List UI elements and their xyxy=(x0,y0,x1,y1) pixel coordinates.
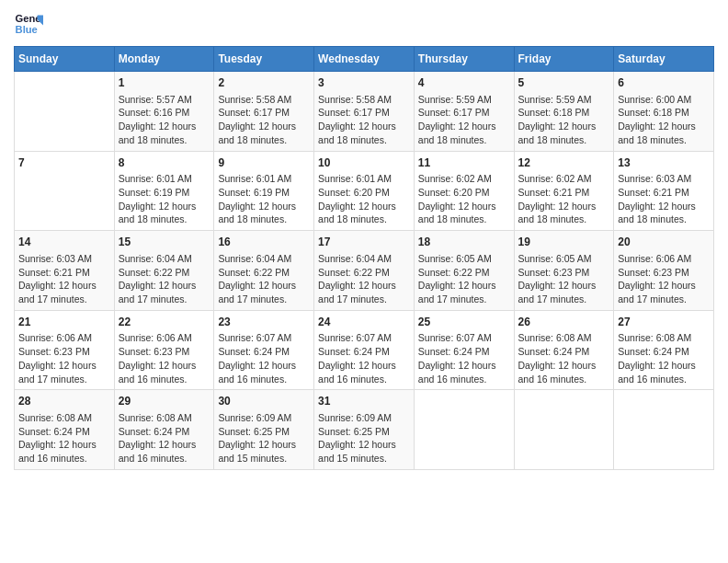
day-number: 18 xyxy=(418,235,510,250)
day-info: Sunrise: 5:59 AM Sunset: 6:17 PM Dayligh… xyxy=(418,93,510,147)
calendar-cell: 24Sunrise: 6:07 AM Sunset: 6:24 PM Dayli… xyxy=(314,310,415,390)
svg-text:Blue: Blue xyxy=(16,24,38,35)
day-info: Sunrise: 6:04 AM Sunset: 6:22 PM Dayligh… xyxy=(218,252,310,306)
calendar-cell: 20Sunrise: 6:06 AM Sunset: 6:23 PM Dayli… xyxy=(614,231,714,311)
day-info: Sunrise: 5:59 AM Sunset: 6:18 PM Dayligh… xyxy=(518,93,610,147)
day-number: 28 xyxy=(18,394,110,409)
page-header: General Blue xyxy=(14,9,714,39)
day-number: 5 xyxy=(518,75,610,91)
day-number: 17 xyxy=(318,235,410,250)
calendar-cell: 27Sunrise: 6:08 AM Sunset: 6:24 PM Dayli… xyxy=(614,310,714,390)
weekday-header: Friday xyxy=(514,47,614,72)
day-number: 4 xyxy=(418,75,510,91)
calendar-cell: 1Sunrise: 5:57 AM Sunset: 6:16 PM Daylig… xyxy=(114,72,214,152)
day-info: Sunrise: 6:01 AM Sunset: 6:19 PM Dayligh… xyxy=(218,172,310,226)
weekday-header: Sunday xyxy=(15,47,115,72)
day-info: Sunrise: 6:05 AM Sunset: 6:22 PM Dayligh… xyxy=(418,252,510,306)
day-number: 7 xyxy=(18,155,110,171)
calendar-cell: 10Sunrise: 6:01 AM Sunset: 6:20 PM Dayli… xyxy=(314,151,415,231)
weekday-header: Monday xyxy=(114,47,214,72)
calendar-cell: 14Sunrise: 6:03 AM Sunset: 6:21 PM Dayli… xyxy=(15,231,115,311)
day-number: 22 xyxy=(119,315,210,330)
day-info: Sunrise: 6:07 AM Sunset: 6:24 PM Dayligh… xyxy=(318,331,410,385)
day-info: Sunrise: 6:03 AM Sunset: 6:21 PM Dayligh… xyxy=(18,252,110,306)
day-number: 11 xyxy=(418,155,510,171)
weekday-header: Saturday xyxy=(614,47,714,72)
logo-icon: General Blue xyxy=(14,9,43,39)
calendar-week-row: 78Sunrise: 6:01 AM Sunset: 6:19 PM Dayli… xyxy=(15,151,714,231)
calendar-cell: 28Sunrise: 6:08 AM Sunset: 6:24 PM Dayli… xyxy=(15,390,115,470)
calendar-cell: 3Sunrise: 5:58 AM Sunset: 6:17 PM Daylig… xyxy=(314,72,415,152)
day-info: Sunrise: 6:06 AM Sunset: 6:23 PM Dayligh… xyxy=(618,252,710,306)
weekday-header: Tuesday xyxy=(214,47,314,72)
calendar-cell: 13Sunrise: 6:03 AM Sunset: 6:21 PM Dayli… xyxy=(614,151,714,231)
day-number: 9 xyxy=(218,155,310,171)
calendar-cell: 12Sunrise: 6:02 AM Sunset: 6:21 PM Dayli… xyxy=(514,151,614,231)
day-info: Sunrise: 6:01 AM Sunset: 6:20 PM Dayligh… xyxy=(318,172,410,226)
day-info: Sunrise: 6:01 AM Sunset: 6:19 PM Dayligh… xyxy=(119,172,210,226)
day-number: 12 xyxy=(518,155,610,171)
day-info: Sunrise: 6:08 AM Sunset: 6:24 PM Dayligh… xyxy=(618,331,710,385)
calendar-cell: 5Sunrise: 5:59 AM Sunset: 6:18 PM Daylig… xyxy=(514,72,614,152)
day-info: Sunrise: 6:09 AM Sunset: 6:25 PM Dayligh… xyxy=(318,411,410,465)
day-number: 24 xyxy=(318,315,410,330)
day-number: 29 xyxy=(119,394,210,409)
calendar-cell: 19Sunrise: 6:05 AM Sunset: 6:23 PM Dayli… xyxy=(514,231,614,311)
day-info: Sunrise: 6:08 AM Sunset: 6:24 PM Dayligh… xyxy=(518,331,610,385)
calendar-cell: 4Sunrise: 5:59 AM Sunset: 6:17 PM Daylig… xyxy=(414,72,514,152)
day-number: 2 xyxy=(218,75,310,91)
calendar-cell: 2Sunrise: 5:58 AM Sunset: 6:17 PM Daylig… xyxy=(214,72,314,152)
calendar-cell: 11Sunrise: 6:02 AM Sunset: 6:20 PM Dayli… xyxy=(414,151,514,231)
day-info: Sunrise: 6:05 AM Sunset: 6:23 PM Dayligh… xyxy=(518,252,610,306)
calendar-cell: 29Sunrise: 6:08 AM Sunset: 6:24 PM Dayli… xyxy=(114,390,214,470)
day-number: 31 xyxy=(318,394,410,409)
day-number: 26 xyxy=(518,315,610,330)
day-info: Sunrise: 6:07 AM Sunset: 6:24 PM Dayligh… xyxy=(418,331,510,385)
calendar-table: SundayMondayTuesdayWednesdayThursdayFrid… xyxy=(14,46,714,470)
day-info: Sunrise: 6:00 AM Sunset: 6:18 PM Dayligh… xyxy=(618,93,710,147)
day-info: Sunrise: 6:09 AM Sunset: 6:25 PM Dayligh… xyxy=(218,411,310,465)
day-number: 14 xyxy=(18,235,110,250)
calendar-cell: 15Sunrise: 6:04 AM Sunset: 6:22 PM Dayli… xyxy=(114,231,214,311)
weekday-header: Wednesday xyxy=(314,47,415,72)
calendar-cell: 18Sunrise: 6:05 AM Sunset: 6:22 PM Dayli… xyxy=(414,231,514,311)
calendar-cell: 25Sunrise: 6:07 AM Sunset: 6:24 PM Dayli… xyxy=(414,310,514,390)
day-number: 10 xyxy=(318,155,410,171)
day-number: 20 xyxy=(618,235,710,250)
calendar-cell: 30Sunrise: 6:09 AM Sunset: 6:25 PM Dayli… xyxy=(214,390,314,470)
day-number: 15 xyxy=(119,235,210,250)
weekday-header: Thursday xyxy=(414,47,514,72)
calendar-week-row: 14Sunrise: 6:03 AM Sunset: 6:21 PM Dayli… xyxy=(15,231,714,311)
day-info: Sunrise: 6:07 AM Sunset: 6:24 PM Dayligh… xyxy=(218,331,310,385)
calendar-cell: 31Sunrise: 6:09 AM Sunset: 6:25 PM Dayli… xyxy=(314,390,415,470)
calendar-week-row: 1Sunrise: 5:57 AM Sunset: 6:16 PM Daylig… xyxy=(15,72,714,152)
calendar-header: SundayMondayTuesdayWednesdayThursdayFrid… xyxy=(15,47,714,72)
day-number: 13 xyxy=(618,155,710,171)
logo: General Blue xyxy=(14,9,47,39)
calendar-cell xyxy=(414,390,514,470)
calendar-week-row: 28Sunrise: 6:08 AM Sunset: 6:24 PM Dayli… xyxy=(15,390,714,470)
calendar-cell xyxy=(614,390,714,470)
calendar-week-row: 21Sunrise: 6:06 AM Sunset: 6:23 PM Dayli… xyxy=(15,310,714,390)
day-number: 8 xyxy=(119,155,210,171)
calendar-cell: 9Sunrise: 6:01 AM Sunset: 6:19 PM Daylig… xyxy=(214,151,314,231)
day-info: Sunrise: 5:58 AM Sunset: 6:17 PM Dayligh… xyxy=(318,93,410,147)
calendar-body: 1Sunrise: 5:57 AM Sunset: 6:16 PM Daylig… xyxy=(15,72,714,470)
day-info: Sunrise: 5:57 AM Sunset: 6:16 PM Dayligh… xyxy=(119,93,210,147)
day-number: 1 xyxy=(119,75,210,91)
calendar-cell: 26Sunrise: 6:08 AM Sunset: 6:24 PM Dayli… xyxy=(514,310,614,390)
day-number: 19 xyxy=(518,235,610,250)
calendar-cell xyxy=(514,390,614,470)
day-info: Sunrise: 6:06 AM Sunset: 6:23 PM Dayligh… xyxy=(18,331,110,385)
day-number: 27 xyxy=(618,315,710,330)
day-info: Sunrise: 6:08 AM Sunset: 6:24 PM Dayligh… xyxy=(18,411,110,465)
day-number: 30 xyxy=(218,394,310,409)
calendar-cell xyxy=(15,72,115,152)
calendar-cell: 16Sunrise: 6:04 AM Sunset: 6:22 PM Dayli… xyxy=(214,231,314,311)
day-info: Sunrise: 6:04 AM Sunset: 6:22 PM Dayligh… xyxy=(318,252,410,306)
day-number: 23 xyxy=(218,315,310,330)
calendar-cell: 23Sunrise: 6:07 AM Sunset: 6:24 PM Dayli… xyxy=(214,310,314,390)
day-info: Sunrise: 6:03 AM Sunset: 6:21 PM Dayligh… xyxy=(618,172,710,226)
day-number: 25 xyxy=(418,315,510,330)
day-info: Sunrise: 6:02 AM Sunset: 6:20 PM Dayligh… xyxy=(418,172,510,226)
